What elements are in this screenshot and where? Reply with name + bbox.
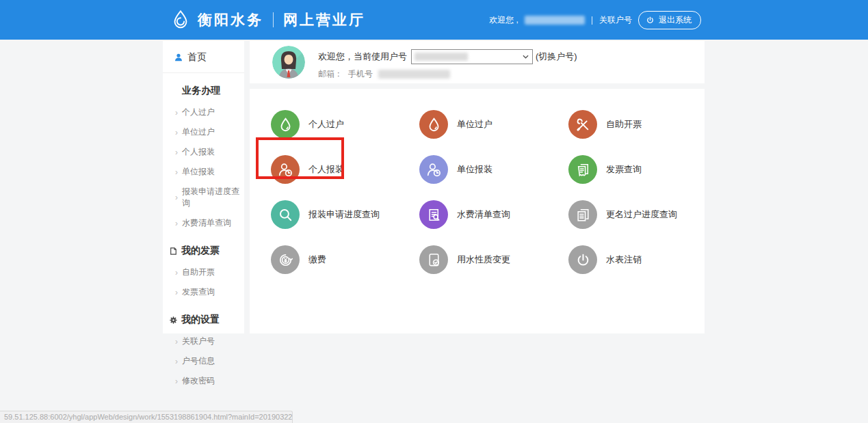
droplet-icon <box>271 110 300 139</box>
service-install-progress-query[interactable]: 报装申请进度查询 <box>271 192 419 237</box>
sidebar-item-install-progress-query[interactable]: ›报装申请进度查询 <box>163 182 244 213</box>
power-icon <box>568 245 597 274</box>
email-label: 邮箱： <box>318 68 343 80</box>
account-number-redacted <box>415 53 468 61</box>
avatar <box>272 46 305 79</box>
logout-label: 退出系统 <box>659 14 692 26</box>
sidebar-item-self-invoice[interactable]: ›自助开票 <box>163 262 244 282</box>
services-grid: 个人过户 单位过户 自助开票 <box>250 89 705 333</box>
document-icon <box>169 247 178 256</box>
chevron-right-icon: › <box>175 148 178 156</box>
service-personal-transfer[interactable]: 个人过户 <box>271 102 419 147</box>
sidebar-item-company-transfer[interactable]: ›单位过户 <box>163 122 244 142</box>
tools-icon <box>568 110 597 139</box>
sidebar-item-linked-account[interactable]: ›关联户号 <box>163 331 244 351</box>
droplet-icon <box>419 110 448 139</box>
sidebar-item-account-info[interactable]: ›户号信息 <box>163 351 244 371</box>
stacked-documents-icon <box>568 200 597 229</box>
top-header: 衡阳水务 网上营业厅 欢迎您 , | 关联户号 退出系统 <box>0 0 868 40</box>
document-check-icon <box>419 245 448 274</box>
chevron-right-icon: › <box>175 109 178 117</box>
document-search-icon <box>419 200 448 229</box>
sidebar-section-settings: 我的设置 <box>163 308 244 331</box>
service-company-install[interactable]: 单位报装 <box>419 147 568 192</box>
person-clock-icon <box>419 155 448 184</box>
service-water-usage-change[interactable]: 用水性质变更 <box>419 237 568 282</box>
power-icon <box>646 16 655 25</box>
linked-account-link[interactable]: 关联户号 <box>599 14 632 26</box>
chevron-right-icon: › <box>175 219 178 228</box>
home-label: 首页 <box>187 51 207 64</box>
person-icon <box>174 53 183 62</box>
chevron-right-icon: › <box>175 269 178 277</box>
chevron-down-icon <box>523 55 529 59</box>
sidebar-section-business: 业务办理 <box>163 79 244 103</box>
switch-account-link[interactable]: (切换户号) <box>536 51 577 63</box>
sidebar-item-personal-install[interactable]: ›个人报装 <box>163 142 244 162</box>
account-select[interactable] <box>411 49 533 64</box>
portal-name: 网上营业厅 <box>283 10 365 29</box>
brand-divider <box>273 12 274 27</box>
sidebar-section-invoices: 我的发票 <box>163 239 244 262</box>
service-company-transfer[interactable]: 单位过户 <box>419 102 568 147</box>
chevron-right-icon: › <box>175 338 178 346</box>
receipt-icon <box>568 155 597 184</box>
magnifier-icon <box>271 200 300 229</box>
chevron-right-icon: › <box>175 288 178 297</box>
phone-label: 手机号 <box>348 68 373 80</box>
chevron-right-icon: › <box>175 168 178 176</box>
yen-refresh-icon <box>271 245 300 274</box>
sidebar-item-personal-transfer[interactable]: ›个人过户 <box>163 103 244 122</box>
browser-status-bar: 59.51.125.88:6002/yhgl/appWeb/design/wor… <box>0 411 293 423</box>
header-separator: | <box>591 15 593 25</box>
phone-number-redacted <box>378 70 450 79</box>
user-info-panel: 欢迎您，当前使用户号 (切换户号) 邮箱： 手机号 <box>250 41 705 83</box>
username-redacted <box>525 16 585 25</box>
sidebar-item-home[interactable]: 首页 <box>163 41 244 73</box>
sidebar-item-water-bill-query[interactable]: ›水费清单查询 <box>163 213 244 233</box>
sidebar-item-change-password[interactable]: ›修改密码 <box>163 371 244 391</box>
sidebar-item-invoice-query[interactable]: ›发票查询 <box>163 282 244 302</box>
gear-icon <box>169 316 178 325</box>
service-invoice-query[interactable]: 发票查询 <box>568 147 705 192</box>
chevron-right-icon: › <box>175 193 178 202</box>
service-personal-install[interactable]: 个人报装 <box>271 147 419 192</box>
logout-button[interactable]: 退出系统 <box>638 11 701 29</box>
service-rename-transfer-progress[interactable]: 更名过户进度查询 <box>568 192 705 237</box>
service-water-bill-query[interactable]: 水费清单查询 <box>419 192 568 237</box>
brand-name: 衡阳水务 <box>198 10 263 29</box>
sidebar: 首页 业务办理 ›个人过户 ›单位过户 ›个人报装 ›单位报装 ›报装申请进度查… <box>163 41 244 333</box>
sidebar-item-company-install[interactable]: ›单位报装 <box>163 162 244 182</box>
current-account-label: 欢迎您，当前使用户号 <box>318 51 407 63</box>
person-clock-icon <box>271 155 300 184</box>
service-meter-cancel[interactable]: 水表注销 <box>568 237 705 282</box>
chevron-right-icon: › <box>175 357 178 366</box>
chevron-right-icon: › <box>175 377 178 385</box>
brand: 衡阳水务 网上营业厅 <box>170 0 365 40</box>
service-self-invoice[interactable]: 自助开票 <box>568 102 705 147</box>
water-drop-logo-icon <box>170 10 191 30</box>
service-payment[interactable]: 缴费 <box>271 237 419 282</box>
welcome-text: 欢迎您 , <box>489 14 518 26</box>
chevron-right-icon: › <box>175 128 178 137</box>
